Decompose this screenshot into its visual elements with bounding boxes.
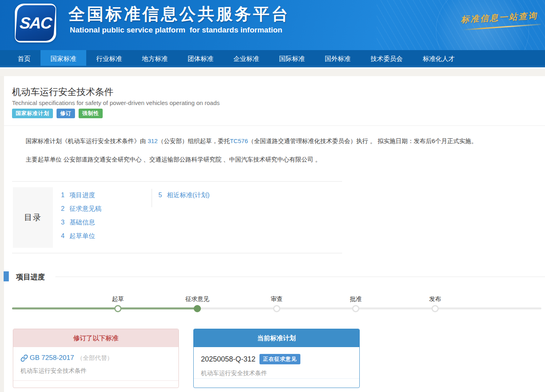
section-accent-bar: [4, 271, 9, 281]
progress-dot-review: [273, 305, 280, 312]
badge-revision: 修订: [57, 109, 75, 118]
toc-item-number: 1: [61, 190, 65, 200]
page: SAC 全国标准信息公共服务平台 National public service…: [0, 0, 545, 392]
toc-item-project-progress[interactable]: 1项目进度: [61, 190, 101, 204]
nav-item-technical-committee[interactable]: 技术委员会: [361, 50, 413, 66]
toc-item-similar-standards[interactable]: 5相近标准(计划): [158, 190, 210, 204]
sac-logo-text: SAC: [15, 5, 56, 41]
heading-divider: [4, 125, 545, 126]
site-title-en: National public service platform for sta…: [70, 26, 282, 34]
section-rule: [55, 277, 545, 277]
toc-item-label: 基础信息: [69, 219, 95, 226]
section-title-project-progress: 项目进度: [16, 272, 45, 282]
current-card-title: 当前标准计划: [194, 329, 359, 347]
toc-item-label: 征求意见稿: [69, 205, 101, 212]
progress-label-approval: 批准: [350, 295, 362, 303]
nav-item-standardization-talent[interactable]: 标准化人才: [413, 50, 465, 66]
summary-text: 国家标准计划《机动车运行安全技术条件》由: [26, 137, 148, 144]
toc-item-label: 项目进度: [69, 192, 95, 198]
progress-label-comments: 征求意见: [185, 295, 209, 303]
drafting-org-link[interactable]: 312: [148, 137, 158, 144]
nav-item-group-standards[interactable]: 团体标准: [178, 50, 223, 66]
revised-card-desc: 机动车运行安全技术条件: [20, 367, 171, 375]
toc-item-draft-for-comments[interactable]: 2征求意见稿: [61, 204, 101, 217]
page-subtitle-en: Technical specifications for safety of p…: [12, 99, 220, 106]
progress-label-draft: 起草: [112, 295, 124, 303]
toc-item-label: 起草单位: [69, 232, 95, 239]
content-top-strip: [0, 69, 545, 76]
site-header: SAC 全国标准信息公共服务平台 National public service…: [0, 0, 545, 50]
nav-item-national-standards[interactable]: 国家标准: [41, 50, 86, 66]
current-card-desc: 机动车运行安全技术条件: [201, 370, 352, 377]
nav-item-local-standards[interactable]: 地方标准: [132, 50, 178, 66]
nav-item-foreign-standards[interactable]: 国外标准: [315, 50, 361, 66]
progress-dot-draft: [114, 305, 122, 312]
plan-code: 20250058-Q-312: [201, 355, 255, 364]
gb-7258-2017-link[interactable]: GB 7258-2017: [30, 354, 74, 362]
toc-item-number: 3: [61, 217, 65, 228]
toc-item-number: 4: [61, 231, 65, 241]
main-nav: 首页 国家标准 行业标准 地方标准 团体标准 企业标准 国际标准 国外标准 技术…: [0, 50, 545, 67]
summary-text: （全国道路交通管理标准化技术委员会）执行 。 拟实施日期：发布后6个月正式实施。: [248, 137, 477, 144]
replacement-note: （全部代替）: [77, 354, 113, 362]
page-left-gutter: [0, 76, 4, 392]
toc-item-basic-info[interactable]: 3基础信息: [61, 217, 101, 231]
progress-label-review: 审查: [271, 295, 283, 303]
toc-column-1: 1项目进度 2征求意见稿 3基础信息 4起草单位: [61, 190, 101, 244]
toc-item-number: 5: [158, 190, 162, 200]
toc-label: 目录: [13, 187, 53, 248]
toc-item-number: 2: [61, 204, 65, 214]
summary-line-2: 主要起草单位 公安部道路交通安全研究中心 、交通运输部公路科学研究院 、中国汽车…: [26, 155, 543, 164]
toc-column-2: 5相近标准(计划): [158, 190, 210, 204]
toc-item-label: 相近标准(计划): [167, 192, 210, 198]
progress-dot-comments: [194, 305, 201, 312]
badge-mandatory: 强制性: [79, 109, 103, 118]
summary-text: （公安部）组织起草，委托: [158, 137, 230, 144]
site-title-cn: 全国标准信息公共服务平台: [69, 3, 290, 25]
toc-item-drafting-units[interactable]: 4起草单位: [61, 231, 101, 244]
revised-standards-card: 修订了以下标准 GB 7258-2017 （全部代替） 机动车运行安全技术条件: [13, 329, 179, 388]
nav-item-enterprise-standards[interactable]: 企业标准: [223, 50, 269, 66]
toc-box: 目录 1项目进度 2征求意见稿 3基础信息 4起草单位 5相近标准(计划): [12, 181, 342, 253]
badge-national-standard-plan: 国家标准计划: [12, 109, 53, 118]
nav-item-industry-standards[interactable]: 行业标准: [86, 50, 132, 66]
progress-label-publish: 发布: [429, 295, 441, 303]
tc576-link[interactable]: TC576: [230, 137, 248, 144]
toc-column-divider: [152, 189, 152, 207]
nav-item-international-standards[interactable]: 国际标准: [269, 50, 315, 66]
summary-line-1: 国家标准计划《机动车运行安全技术条件》由 312（公安部）组织起草，委托TC57…: [26, 137, 543, 145]
page-title: 机动车运行安全技术条件: [12, 86, 113, 98]
revised-card-title: 修订了以下标准: [13, 329, 178, 347]
nav-item-home[interactable]: 首页: [8, 50, 41, 66]
card-footer-rule: [194, 378, 359, 379]
link-icon: [20, 354, 28, 362]
progress-dot-approval: [352, 305, 359, 312]
card-footer-rule: [13, 380, 178, 381]
current-plan-card: 当前标准计划 20250058-Q-312 正在征求意见 机动车运行安全技术条件: [193, 329, 360, 388]
progress-track-completed: [12, 307, 197, 309]
progress-dot-publish: [432, 305, 439, 312]
sac-logo[interactable]: SAC: [15, 4, 56, 42]
badge-row: 国家标准计划 修订 强制性: [12, 109, 103, 118]
status-badge-seeking-comments: 正在征求意见: [259, 354, 300, 364]
